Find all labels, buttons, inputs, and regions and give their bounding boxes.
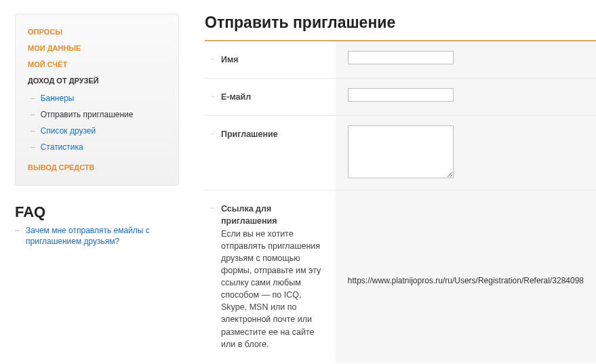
nav-friends-income: ДОХОД ОТ ДРУЗЕЙ xyxy=(28,73,167,89)
faq-heading: FAQ xyxy=(15,203,179,221)
referral-link-label: Ссылка для приглашения Если вы не хотите… xyxy=(221,203,326,350)
email-input[interactable] xyxy=(348,88,454,102)
arrow-icon: → xyxy=(209,92,216,100)
friends-submenu: Баннеры Отправить приглашение Список дру… xyxy=(28,89,167,159)
sub-send-invite: Отправить приглашение xyxy=(41,110,134,119)
faq-item-1[interactable]: Зачем мне отправлять емайлы с приглашени… xyxy=(26,225,179,247)
arrow-icon: → xyxy=(209,204,216,211)
referral-link-value: https://www.platnijopros.ru/ru/Users/Reg… xyxy=(348,200,584,285)
sidebar-nav: ОПРОСЫ МОИ ДАННЫЕ МОЙ СЧЁТ ДОХОД ОТ ДРУЗ… xyxy=(15,14,179,186)
invite-label: Приглашение xyxy=(221,128,278,140)
arrow-icon: → xyxy=(209,55,216,62)
referral-link-label-bold: Ссылка для приглашения xyxy=(221,204,277,226)
arrow-icon: → xyxy=(209,129,216,137)
nav-my-account[interactable]: МОЙ СЧЁТ xyxy=(28,56,167,73)
faq-list: Зачем мне отправлять емайлы с приглашени… xyxy=(15,224,179,248)
referral-link-label-desc: Если вы не хотите отправлять приглашения… xyxy=(221,229,321,349)
name-input[interactable] xyxy=(348,51,454,64)
invite-form: → Имя → Е-майл xyxy=(205,41,596,363)
invite-textarea[interactable] xyxy=(348,125,454,178)
sub-friends-list[interactable]: Список друзей xyxy=(41,126,96,136)
nav-withdraw[interactable]: ВЫВОД СРЕДСТВ xyxy=(28,159,167,176)
nav-my-data[interactable]: МОИ ДАННЫЕ xyxy=(28,40,167,56)
sub-statistics[interactable]: Статистика xyxy=(41,142,83,152)
sub-banners[interactable]: Баннеры xyxy=(41,94,75,103)
name-label: Имя xyxy=(221,54,239,66)
page-title: Отправить приглашение xyxy=(205,14,596,32)
nav-surveys[interactable]: ОПРОСЫ xyxy=(28,24,167,40)
email-label: Е-майл xyxy=(221,91,251,103)
